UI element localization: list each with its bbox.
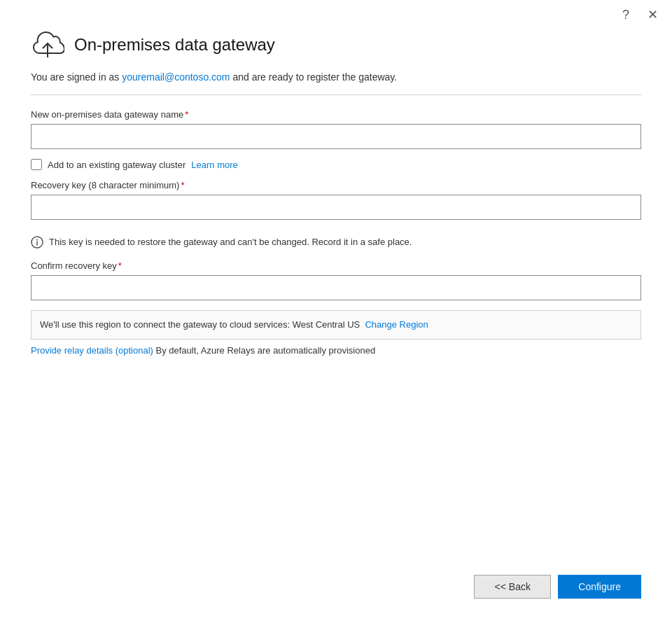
info-icon xyxy=(31,236,43,249)
section-divider xyxy=(31,95,641,95)
recovery-key-required: * xyxy=(181,180,184,190)
email-link[interactable]: youremail@contoso.com xyxy=(122,71,230,83)
region-text-prefix: We'll use this region to connect the gat… xyxy=(40,319,360,330)
relay-row: Provide relay details (optional) By defa… xyxy=(31,345,641,356)
confirm-key-input[interactable] xyxy=(31,275,641,300)
svg-point-3 xyxy=(36,239,38,241)
footer: << Back Configure xyxy=(0,558,672,621)
dialog-header-controls: ? ✕ xyxy=(0,0,672,22)
checkbox-row: Add to an existing gateway cluster Learn… xyxy=(31,159,641,170)
dialog-title: On-premises data gateway xyxy=(74,35,275,55)
confirm-key-label: Confirm recovery key* xyxy=(31,260,641,271)
configure-button[interactable]: Configure xyxy=(558,575,641,599)
info-row: This key is needed to restore the gatewa… xyxy=(31,235,641,249)
subtitle-suffix: and are ready to register the gateway. xyxy=(230,71,398,83)
dialog-container: ? ✕ On-premises data gateway You are sig… xyxy=(0,0,672,621)
help-button[interactable]: ? xyxy=(620,7,632,22)
dialog-content: On-premises data gateway You are signed … xyxy=(0,22,672,558)
cloud-upload-icon xyxy=(31,29,64,60)
gateway-name-input[interactable] xyxy=(31,124,641,149)
back-button[interactable]: << Back xyxy=(474,575,551,599)
region-box: We'll use this region to connect the gat… xyxy=(31,310,641,340)
gateway-name-section: New on-premises data gateway name* xyxy=(31,109,641,149)
confirm-key-section: Confirm recovery key* xyxy=(31,260,641,300)
close-button[interactable]: ✕ xyxy=(645,7,661,22)
subtitle-text: You are signed in as youremail@contoso.c… xyxy=(31,70,641,85)
learn-more-link[interactable]: Learn more xyxy=(191,160,237,170)
relay-suffix-text: By default, Azure Relays are automatical… xyxy=(156,345,376,356)
relay-details-link[interactable]: Provide relay details (optional) xyxy=(31,345,153,356)
gateway-name-required: * xyxy=(185,109,188,120)
confirm-key-required: * xyxy=(118,260,122,271)
info-text: This key is needed to restore the gatewa… xyxy=(49,235,412,249)
change-region-link[interactable]: Change Region xyxy=(365,319,428,330)
gateway-name-label: New on-premises data gateway name* xyxy=(31,109,641,120)
checkbox-label: Add to an existing gateway cluster xyxy=(48,160,186,170)
existing-cluster-checkbox[interactable] xyxy=(31,159,42,170)
recovery-key-section: Recovery key (8 character minimum)* xyxy=(31,180,641,220)
subtitle-prefix: You are signed in as xyxy=(31,71,122,83)
recovery-key-label: Recovery key (8 character minimum)* xyxy=(31,180,641,190)
title-row: On-premises data gateway xyxy=(31,29,641,60)
recovery-key-input[interactable] xyxy=(31,195,641,220)
